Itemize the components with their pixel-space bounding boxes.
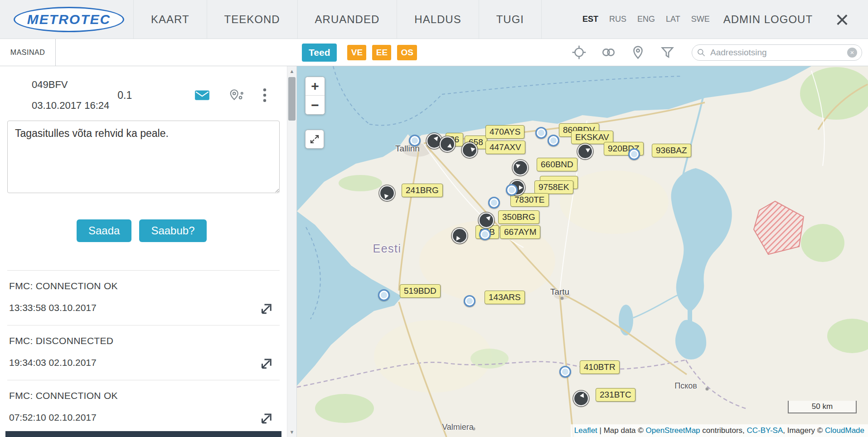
vehicle-marker-dark[interactable] (577, 144, 593, 159)
message-icon[interactable] (194, 89, 210, 101)
event-title: FMC: DISCONNECTED (9, 335, 278, 346)
nav-item[interactable]: KAART (133, 0, 207, 39)
vehicle-marker-blue[interactable] (548, 135, 559, 146)
place-label: Псков (674, 381, 697, 391)
event-time: 19:34:03 02.10.2017 (9, 357, 278, 368)
event-title: FMC: CONNECTION OK (9, 281, 278, 291)
map-tool-icons (572, 45, 674, 59)
search-input[interactable] (709, 47, 847, 58)
scroll-down-icon[interactable]: ▼ (287, 429, 296, 435)
language-option[interactable]: SWE (691, 15, 710, 24)
expand-icon (309, 134, 320, 145)
attribution-part[interactable]: CC-BY-SA (747, 426, 783, 435)
logout-button[interactable]: ADMIN LOGOUT (723, 0, 813, 39)
main-nav: KAARTTEEKONDARUANDEDHALDUSTUGI (133, 0, 542, 39)
map-attribution: Leaflet | Map data © OpenStreetMap contr… (571, 424, 868, 437)
vehicle-marker-blue[interactable] (628, 148, 640, 160)
language-option[interactable]: EST (582, 15, 598, 24)
teed-button[interactable]: Teed (302, 44, 337, 62)
saada-button[interactable]: Saada (77, 219, 131, 242)
tab-masinad[interactable]: MASINAD (0, 39, 56, 66)
language-option[interactable]: RUS (609, 15, 626, 24)
fullscreen-button[interactable] (305, 130, 324, 149)
event-list: FMC: CONNECTION OK 13:33:58 03.10.2017 F… (7, 270, 280, 435)
incoming-message-icon[interactable] (259, 302, 272, 316)
zoom-out-button[interactable]: − (305, 96, 325, 114)
attribution-part[interactable]: Leaflet (574, 426, 597, 435)
event-row: FMC: CONNECTION OK 13:33:58 03.10.2017 (7, 270, 280, 325)
event-time: 07:52:10 02.10.2017 (9, 412, 278, 423)
vehicle-map-label[interactable]: 667AYM (500, 225, 540, 239)
vehicle-marker-dark[interactable] (479, 213, 494, 228)
vehicle-datetime: 03.10.2017 16:24 (32, 100, 109, 112)
vehicle-map-label[interactable]: 660BND (537, 158, 577, 171)
toolbar: MASINAD Teed VEEEOS × (0, 39, 868, 66)
attribution-part: , Imagery © (783, 426, 825, 435)
vehicle-marker-blue[interactable] (559, 366, 571, 378)
event-row: FMC: CONNECTION OK 07:52:10 02.10.2017 (7, 380, 280, 435)
vehicle-marker-blue[interactable] (378, 289, 390, 301)
nav-item[interactable]: HALDUS (397, 0, 478, 39)
layer-buttons: VEEEOS (347, 45, 417, 60)
vehicle-marker-blue[interactable] (535, 127, 547, 139)
vehicle-marker-blue[interactable] (488, 197, 500, 209)
nav-item[interactable]: TEEKOND (207, 0, 297, 39)
vehicle-marker-dark[interactable] (573, 391, 589, 406)
vehicle-marker-blue[interactable] (479, 228, 491, 240)
link-icon[interactable] (601, 45, 616, 59)
vehicle-marker-dark[interactable] (452, 228, 467, 243)
vehicle-marker-dark[interactable] (513, 160, 528, 175)
metrotec-logo[interactable]: METROTEC (14, 7, 124, 32)
pin-icon[interactable] (631, 45, 645, 59)
layer-button[interactable]: VE (347, 45, 366, 60)
vehicle-map-label[interactable]: 519BDD (400, 284, 441, 298)
place-label: Eesti (373, 242, 401, 255)
sidebar-scrollbar[interactable]: ▲ ▼ (287, 66, 297, 437)
vehicle-map-label[interactable]: 143ARS (485, 291, 525, 304)
event-time: 13:33:58 03.10.2017 (9, 302, 278, 313)
vehicle-marker-blue[interactable] (506, 184, 518, 196)
vehicle-map-label[interactable]: 350BRG (498, 210, 539, 224)
zoom-control: + − (305, 77, 325, 115)
vehicle-marker-dark[interactable] (440, 136, 455, 152)
sidebar-bottom-bar (5, 431, 281, 437)
vehicle-marker-dark[interactable] (462, 142, 477, 158)
layer-button[interactable]: OS (397, 45, 417, 60)
locate-icon[interactable] (572, 45, 586, 59)
vehicle-map-label[interactable]: 241BRG (402, 184, 443, 197)
vehicle-marker-dark[interactable] (379, 185, 395, 201)
vehicle-map-label[interactable]: 470AYS (485, 125, 524, 139)
layer-button[interactable]: EE (372, 45, 391, 60)
close-icon[interactable]: × (835, 0, 849, 39)
clear-search-icon[interactable]: × (847, 48, 857, 58)
filter-icon[interactable] (660, 45, 674, 59)
vehicle-map-label[interactable]: 447AXV (485, 141, 525, 154)
message-input[interactable]: Tagasitulles võta rehvid ka peale. (7, 121, 280, 193)
map[interactable]: + − TallinnEestiTartuValmieraПсков 86658… (297, 66, 868, 437)
zoom-in-button[interactable]: + (305, 77, 325, 96)
kebab-menu-icon[interactable] (262, 88, 267, 102)
nav-item[interactable]: ARUANDED (297, 0, 397, 39)
vehicle-map-label[interactable]: 936BAZ (652, 144, 691, 157)
vehicle-map-label[interactable]: 410BTR (580, 360, 620, 374)
vehicle-marker-blue[interactable] (409, 135, 421, 146)
scroll-up-icon[interactable]: ▲ (287, 68, 296, 74)
vehicle-marker-blue[interactable] (464, 295, 475, 307)
route-pin-icon[interactable] (229, 89, 243, 102)
incoming-message-icon[interactable] (259, 357, 272, 371)
language-option[interactable]: ENG (637, 15, 655, 24)
incoming-message-icon[interactable] (259, 412, 272, 426)
language-option[interactable]: LAT (666, 15, 680, 24)
language-switcher: ESTRUSENGLATSWE (582, 0, 710, 39)
saabub-button[interactable]: Saabub? (139, 219, 206, 242)
sidebar: 049BFV 03.10.2017 16:24 0.1 Tagasitu (0, 66, 287, 437)
place-label: Valmiera (442, 422, 474, 432)
attribution-part[interactable]: OpenStreetMap (646, 426, 700, 435)
vehicle-map-label[interactable]: 9758EK (534, 180, 573, 194)
vehicle-actions (194, 88, 267, 102)
logo-text: METROTEC (27, 12, 111, 27)
nav-item[interactable]: TUGI (479, 0, 541, 39)
attribution-part[interactable]: CloudMade (825, 426, 864, 435)
vehicle-map-label[interactable]: 231BTC (596, 388, 635, 402)
scrollbar-thumb[interactable] (288, 77, 296, 121)
